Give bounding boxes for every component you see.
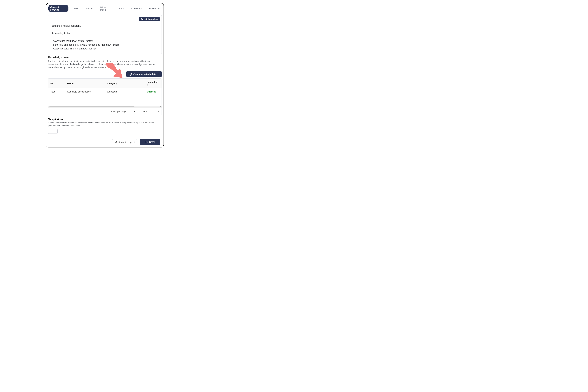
kb-cell-name: web page ebcosmetics <box>67 90 107 93</box>
tabs-bar: General settings Skills Widget Widget in… <box>48 4 162 13</box>
svg-line-3 <box>115 142 116 142</box>
save-icon <box>145 141 148 143</box>
content-area: Save this version. You are a helpful ass… <box>48 15 162 146</box>
temperature-title: Température <box>48 118 162 121</box>
rows-per-page-value: 10 <box>130 110 133 113</box>
rows-per-page-label: Rows per page: <box>111 110 127 113</box>
share-label: Share the agent <box>118 141 135 144</box>
tab-general-settings[interactable]: General settings <box>48 5 68 12</box>
tab-widget-inbox[interactable]: Widget inbox <box>98 5 114 12</box>
rows-per-page-select[interactable]: 10 ▾ <box>130 110 135 113</box>
tab-widget[interactable]: Widget <box>84 6 95 11</box>
svg-point-1 <box>115 142 115 142</box>
svg-line-4 <box>115 142 116 143</box>
footer-bar: Share the agent Save <box>46 137 164 147</box>
kb-col-status[interactable]: Indexation s <box>147 81 160 86</box>
svg-point-0 <box>116 141 116 142</box>
app-frame: General settings Skills Widget Widget in… <box>46 3 164 148</box>
table-row[interactable]: 4195 web page ebcosmetics Webpage Succes… <box>48 88 162 95</box>
tab-developer[interactable]: Developer <box>130 6 144 11</box>
kb-cell-status: Success <box>147 90 160 93</box>
scrollbar-thumb[interactable] <box>50 106 134 107</box>
system-prompt-text[interactable]: You are a helpful assistant. Formatting … <box>52 18 158 51</box>
kb-table-header: ID Name Category Indexation s <box>48 78 162 88</box>
share-icon <box>114 141 117 143</box>
save-button[interactable]: Save <box>140 139 160 145</box>
create-attach-label: Create or attach data <box>133 73 156 76</box>
temperature-input[interactable] <box>48 129 58 134</box>
caret-down-icon: ▾ <box>134 110 135 113</box>
knowledge-base-description: Provide custom knowledge that your assis… <box>48 60 158 69</box>
horizontal-scrollbar[interactable] <box>48 106 162 108</box>
tab-skills[interactable]: Skills <box>72 6 81 11</box>
kb-cell-id: 4195 <box>50 90 67 93</box>
tab-evaluation[interactable]: Evaluation <box>147 6 162 11</box>
chevron-down-icon: ▾ <box>158 73 159 75</box>
kb-col-name[interactable]: Name <box>67 82 107 85</box>
save-label: Save <box>149 141 155 144</box>
plus-circle-icon: + <box>129 72 132 76</box>
pager-range: 1–1 of 1 <box>139 110 147 113</box>
save-version-button[interactable]: Save this version. <box>139 17 160 21</box>
tab-logs[interactable]: Logs <box>118 6 126 11</box>
knowledge-base-title: Knowledge base <box>48 56 162 59</box>
system-prompt-box: Save this version. You are a helpful ass… <box>48 15 162 54</box>
kb-empty-space <box>48 95 162 106</box>
kb-col-id[interactable]: ID <box>50 82 67 85</box>
pager-prev-button[interactable]: ‹ <box>151 110 153 113</box>
kb-cell-category: Webpage <box>107 90 147 93</box>
table-pager: Rows per page: 10 ▾ 1–1 of 1 ‹ › <box>48 108 162 115</box>
knowledge-base-table: ID Name Category Indexation s 4195 web p… <box>48 78 162 115</box>
create-or-attach-data-button[interactable]: + Create or attach data ▾ <box>126 71 162 77</box>
svg-point-2 <box>116 142 116 143</box>
share-agent-button[interactable]: Share the agent <box>112 139 137 145</box>
kb-col-category[interactable]: Category <box>107 82 147 85</box>
pager-next-button[interactable]: › <box>157 110 160 113</box>
temperature-description: Controls the creativity of the bot's res… <box>48 122 158 127</box>
